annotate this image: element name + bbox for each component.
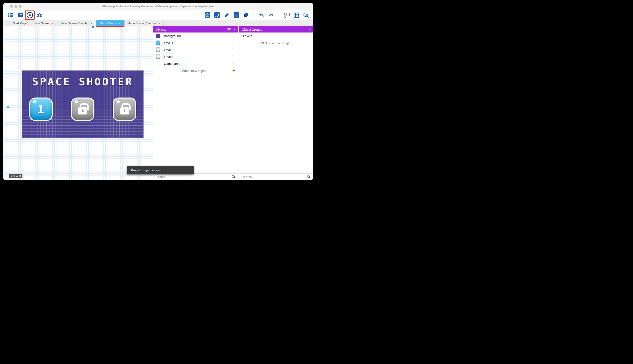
scene-border-handle-left[interactable] — [7, 106, 9, 108]
tab-menu-scene-events[interactable]: Menu Scene (Events) × — [124, 20, 163, 26]
window-title: GDevelop 5 - /Users/dkarakay/Documents/G… — [3, 5, 313, 8]
undo-icon[interactable] — [258, 12, 265, 18]
debug-icon[interactable] — [36, 12, 43, 18]
properties-edit-icon[interactable] — [223, 12, 230, 18]
object-menu-icon[interactable]: ⋮ — [230, 34, 236, 38]
objects-panel-header: Objects × — [153, 26, 238, 32]
scene-editor-canvas[interactable]: SPACE SHOOTER 1 466;433 — [3, 26, 153, 180]
plus-icon: + — [232, 68, 235, 73]
close-objects-panel-icon[interactable]: × — [233, 28, 235, 31]
film-minus-icon — [283, 12, 290, 18]
level1-object-icon: 1 — [156, 40, 161, 45]
instances-panel-icon[interactable] — [214, 12, 220, 18]
tab-label: Base Scene (Events) — [61, 22, 88, 25]
level3-locked-object-icon — [156, 54, 161, 59]
object-row-level3[interactable]: Level3 ⋮ — [153, 53, 238, 60]
tab-menu-scene[interactable]: Menu Scene × — [96, 20, 124, 26]
close-object-groups-panel-icon[interactable]: × — [308, 28, 311, 31]
lock-icon — [120, 107, 129, 114]
grid-icon — [294, 12, 299, 18]
objects-panel-icon[interactable] — [204, 12, 211, 18]
scene-border-handle-top[interactable] — [92, 26, 94, 28]
group-label: Levels — [242, 34, 305, 38]
filter-icon[interactable] — [227, 28, 231, 31]
close-tab-icon[interactable]: × — [158, 22, 160, 25]
scenes-list-icon[interactable] — [17, 12, 24, 18]
titlebar: GDevelop 5 - /Users/dkarakay/Documents/G… — [3, 3, 313, 10]
search-icon — [307, 175, 311, 179]
cube-icon — [205, 12, 210, 18]
layers-icon — [243, 12, 249, 18]
tab-base-scene[interactable]: Base Scene × — [30, 20, 57, 26]
maximize-window-button[interactable] — [19, 5, 22, 8]
grid-toggle-icon[interactable] — [293, 12, 300, 18]
toolbar-right-group: 1:1 — [204, 12, 309, 18]
add-group-label: Click to add a group — [242, 41, 307, 45]
objects-panel: Objects × Background ⋮ 1 Level1 ⋮ Level2… — [153, 26, 238, 180]
objects-search-input[interactable] — [156, 175, 232, 179]
object-row-level2[interactable]: Level2 ⋮ — [153, 46, 238, 53]
level1-button-instance[interactable]: 1 — [29, 98, 53, 121]
object-groups-panel-header: Object Groups × — [239, 26, 313, 32]
object-menu-icon[interactable]: ⋮ — [230, 41, 236, 45]
group-menu-icon[interactable]: ⋮ — [305, 34, 311, 38]
level2-locked-object-icon — [156, 47, 161, 52]
project-manager-icon[interactable] — [7, 12, 14, 18]
zoom-icon[interactable]: 1:1 — [303, 12, 309, 18]
groups-panel-empty-area — [239, 46, 313, 174]
text-lines-icon — [234, 12, 239, 18]
object-label: Gamename — [164, 62, 230, 66]
tab-label: Menu Scene (Events) — [127, 22, 156, 25]
level-buttons-row: 1 — [22, 98, 143, 121]
object-menu-icon[interactable]: ⋮ — [230, 54, 236, 59]
instances-list-icon[interactable] — [233, 12, 240, 18]
play-icon — [27, 12, 33, 18]
close-tab-icon[interactable]: × — [52, 22, 54, 25]
groups-search-input[interactable] — [242, 175, 307, 179]
object-row-level1[interactable]: 1 Level1 ⋮ — [153, 40, 238, 46]
object-menu-icon[interactable]: ⋮ — [230, 62, 236, 66]
level3-button-locked-instance[interactable] — [113, 98, 136, 121]
close-tab-icon[interactable]: × — [119, 22, 121, 25]
redo-arrow-icon — [268, 12, 274, 18]
groups-search-bar — [239, 174, 313, 180]
add-group-button[interactable]: Click to add a group + — [239, 40, 313, 46]
tab-base-scene-events[interactable]: Base Scene (Events) × — [57, 20, 96, 26]
object-groups-panel-title: Object Groups — [242, 28, 306, 31]
object-label: Level3 — [164, 55, 230, 58]
object-groups-panel: Object Groups × Levels ⋮ Click to add a … — [239, 26, 313, 180]
lock-icon — [78, 107, 87, 114]
funnel-icon — [227, 28, 231, 31]
group-row-levels[interactable]: Levels ⋮ — [239, 32, 313, 40]
close-tab-icon[interactable]: × — [91, 22, 93, 25]
save-toast: Project properly saved — [127, 166, 194, 174]
magnifier-icon: 1:1 — [303, 12, 309, 18]
cube-arrows-icon — [214, 12, 220, 18]
search-icon — [232, 175, 235, 179]
level2-button-locked-instance[interactable] — [71, 98, 94, 121]
mask-toggle-icon[interactable] — [283, 12, 290, 18]
object-row-gamename[interactable]: T Gamename ⋮ — [153, 60, 238, 67]
main-toolbar: 1:1 — [3, 10, 313, 20]
object-label: Background — [164, 34, 230, 38]
layers-panel-icon[interactable] — [243, 12, 249, 18]
add-new-object-button[interactable]: Add a new object + — [153, 67, 238, 74]
object-label: Level2 — [164, 48, 230, 52]
minimize-window-button[interactable] — [15, 5, 17, 8]
object-menu-icon[interactable]: ⋮ — [230, 48, 236, 52]
tab-label: Menu Scene — [100, 22, 116, 25]
game-title-text-instance[interactable]: SPACE SHOOTER — [22, 76, 143, 88]
menu-scene-background-instance[interactable]: SPACE SHOOTER 1 — [22, 71, 143, 138]
tab-label: Base Scene — [34, 22, 50, 25]
background-object-icon — [156, 33, 161, 38]
close-window-button[interactable] — [10, 5, 13, 8]
tab-bar: Start Page Base Scene × Base Scene (Even… — [3, 20, 313, 26]
object-row-background[interactable]: Background ⋮ — [153, 32, 238, 40]
objects-panel-empty-area — [153, 74, 238, 174]
toolbar-left-group — [7, 12, 43, 18]
preview-play-button[interactable] — [27, 12, 33, 18]
tab-start-page[interactable]: Start Page — [9, 20, 30, 26]
redo-icon[interactable] — [268, 12, 274, 18]
zoom-level-label: 1:1 — [304, 14, 307, 16]
add-object-label: Add a new object — [156, 69, 232, 72]
